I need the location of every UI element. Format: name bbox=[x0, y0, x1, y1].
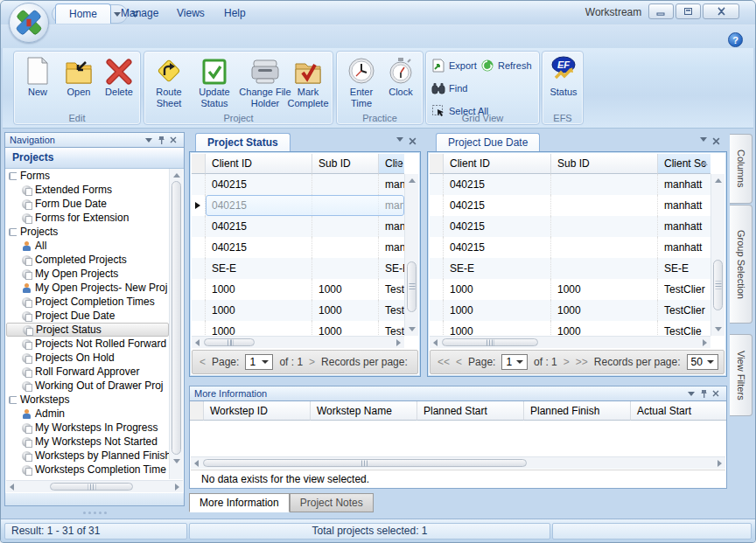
clock-button[interactable]: Clock bbox=[382, 55, 419, 98]
nav-item[interactable]: Worksteps That Need Staffi bbox=[6, 477, 169, 479]
nav-item[interactable]: Form Due Date bbox=[6, 197, 169, 211]
table-row-selected[interactable]: 040215man bbox=[192, 195, 404, 216]
table-row[interactable]: 10001000TestC bbox=[192, 279, 404, 300]
mark-complete-button[interactable]: Mark Complete bbox=[284, 55, 332, 109]
page-select[interactable]: 1 bbox=[501, 354, 528, 370]
table-row[interactable]: 040215manhatt bbox=[430, 174, 710, 195]
nav-item[interactable]: Completed Projects bbox=[6, 253, 169, 267]
column-header[interactable]: Sub ID bbox=[551, 154, 658, 174]
pin-icon[interactable] bbox=[697, 387, 710, 400]
restore-button[interactable] bbox=[676, 3, 701, 19]
find-button[interactable]: Find bbox=[431, 80, 467, 97]
nav-item[interactable]: My Open Projects bbox=[6, 267, 169, 281]
minimize-button[interactable] bbox=[648, 3, 674, 19]
nav-item[interactable]: Working Out of Drawer Proj bbox=[6, 379, 169, 393]
grid-horizontal-scrollbar[interactable] bbox=[430, 336, 710, 348]
open-button[interactable]: Open bbox=[60, 55, 98, 98]
nav-group-forms[interactable]: Forms bbox=[6, 169, 169, 183]
pin-icon[interactable] bbox=[155, 134, 167, 146]
navigation-group-header[interactable]: Projects bbox=[5, 148, 184, 169]
close-button[interactable] bbox=[703, 3, 739, 19]
nav-item[interactable]: Roll Forward Approver bbox=[6, 365, 169, 379]
table-row[interactable]: 10001000TestClie bbox=[430, 321, 710, 336]
change-file-holder-button[interactable]: Change File Holder bbox=[239, 55, 291, 109]
nav-item[interactable]: Forms for Extension bbox=[6, 211, 169, 225]
tab-project-status[interactable]: Project Status bbox=[195, 133, 290, 151]
nav-item[interactable]: Projects On Hold bbox=[6, 351, 169, 365]
next-page-button[interactable]: > bbox=[309, 356, 315, 368]
tab-views[interactable]: Views bbox=[164, 3, 218, 24]
close-icon[interactable] bbox=[409, 137, 416, 145]
table-row[interactable]: SE-ESE-E bbox=[192, 258, 404, 279]
table-row[interactable]: 10001000TestClier bbox=[430, 300, 710, 321]
route-sheet-button[interactable]: Route Sheet bbox=[148, 55, 190, 109]
column-header[interactable]: Planned Finish bbox=[524, 401, 631, 421]
close-icon[interactable] bbox=[710, 387, 722, 400]
update-status-button[interactable]: Update Status bbox=[192, 55, 237, 109]
enter-time-button[interactable]: Enter Time bbox=[342, 55, 381, 109]
nav-item[interactable]: Worksteps by Planned Finish bbox=[6, 449, 169, 463]
chevron-down-icon[interactable] bbox=[685, 387, 697, 400]
application-menu-button[interactable] bbox=[9, 3, 49, 43]
help-icon[interactable]: ? bbox=[728, 32, 743, 47]
column-header[interactable]: Workstep Name bbox=[311, 401, 417, 421]
prev-page-button[interactable]: < bbox=[456, 356, 462, 368]
tab-help[interactable]: Help bbox=[211, 3, 259, 24]
tab-project-due-date[interactable]: Project Due Date bbox=[436, 133, 540, 151]
chevron-down-icon[interactable] bbox=[396, 137, 403, 142]
grid-horizontal-scrollbar[interactable] bbox=[192, 336, 404, 348]
column-header-sorted[interactable]: Clie bbox=[379, 154, 404, 174]
column-header[interactable]: Workstep ID bbox=[204, 401, 311, 421]
delete-button[interactable]: Delete bbox=[100, 55, 138, 98]
grid-vertical-scrollbar[interactable] bbox=[710, 174, 724, 336]
nav-group-projects[interactable]: Projects bbox=[6, 225, 169, 239]
last-page-button[interactable]: >> bbox=[576, 356, 588, 368]
new-button[interactable]: New bbox=[19, 55, 56, 98]
nav-item[interactable]: My Worksteps In Progress bbox=[6, 421, 169, 435]
first-page-button[interactable]: << bbox=[438, 356, 450, 368]
table-row[interactable]: SE-ESE-E bbox=[430, 258, 710, 279]
column-header[interactable]: Client ID bbox=[444, 154, 551, 174]
column-header[interactable]: Actual Start bbox=[631, 401, 726, 421]
side-tab-columns[interactable]: Columns bbox=[730, 134, 752, 204]
table-row[interactable]: 040215manhatt bbox=[430, 216, 710, 237]
tab-home[interactable]: Home bbox=[55, 3, 111, 24]
nav-item-selected[interactable]: Project Status bbox=[6, 323, 169, 337]
column-header[interactable]: Sub ID bbox=[312, 154, 379, 174]
records-per-page-select[interactable]: 50 bbox=[687, 354, 718, 370]
nav-item[interactable]: Extended Forms bbox=[6, 183, 169, 197]
nav-item[interactable]: Project Completion Times bbox=[6, 295, 169, 309]
nav-item[interactable]: My Worksteps Not Started bbox=[6, 435, 169, 449]
nav-splitter-handle[interactable] bbox=[4, 508, 185, 517]
nav-horizontal-scrollbar[interactable] bbox=[6, 480, 183, 492]
side-tab-group-selection[interactable]: Group Selection bbox=[730, 205, 752, 324]
column-header[interactable]: Client ID bbox=[206, 154, 312, 174]
table-row[interactable]: 10001000TestClier bbox=[430, 279, 710, 300]
grid-horizontal-scrollbar[interactable] bbox=[191, 456, 725, 469]
grid-vertical-scrollbar[interactable] bbox=[404, 174, 418, 336]
tab-manage[interactable]: Manage bbox=[108, 3, 172, 24]
table-row[interactable]: 10001000TestC bbox=[192, 321, 404, 336]
next-page-button[interactable]: > bbox=[564, 356, 570, 368]
close-icon[interactable] bbox=[167, 134, 179, 146]
nav-item[interactable]: Project Due Date bbox=[6, 309, 169, 323]
efs-status-button[interactable]: EF Status bbox=[544, 55, 583, 98]
tab-more-information[interactable]: More Information bbox=[189, 493, 290, 512]
close-icon[interactable] bbox=[712, 137, 720, 145]
column-header[interactable]: Planned Start bbox=[417, 401, 524, 421]
page-select[interactable]: 1 bbox=[245, 354, 273, 370]
nav-item[interactable]: Admin bbox=[6, 407, 169, 421]
table-row[interactable]: 040215man bbox=[192, 237, 404, 258]
refresh-button[interactable]: Refresh bbox=[480, 57, 532, 74]
nav-item[interactable]: My Open Projects- New Proj bbox=[6, 281, 169, 295]
nav-group-worksteps[interactable]: Worksteps bbox=[6, 393, 169, 407]
side-tab-view-filters[interactable]: View Filters bbox=[730, 334, 752, 416]
table-row[interactable]: 040215manhatt bbox=[430, 195, 710, 216]
table-row[interactable]: 040215man bbox=[192, 174, 404, 195]
table-row[interactable]: 10001000TestC bbox=[192, 300, 404, 321]
nav-vertical-scrollbar[interactable] bbox=[169, 169, 183, 479]
table-row[interactable]: 040215manhatt bbox=[430, 237, 710, 258]
nav-item[interactable]: All bbox=[6, 239, 169, 253]
tab-project-notes[interactable]: Project Notes bbox=[290, 493, 374, 512]
export-button[interactable]: Export bbox=[431, 57, 477, 74]
